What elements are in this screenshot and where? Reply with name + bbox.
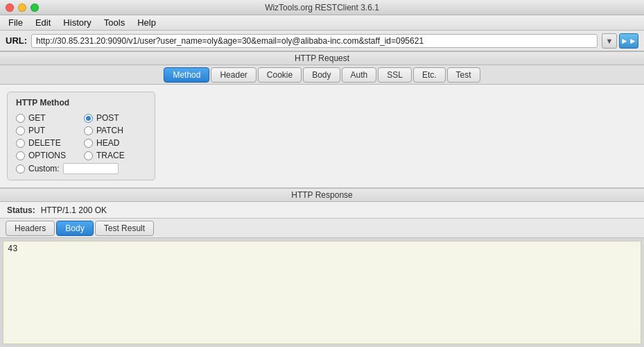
url-dropdown-button[interactable]: ▼ <box>602 33 617 49</box>
tab-cookie[interactable]: Cookie <box>258 67 302 83</box>
radio-patch-btn[interactable] <box>84 126 93 135</box>
window-title: WizTools.org RESTClient 3.6.1 <box>265 3 379 12</box>
response-section-header: HTTP Response <box>0 188 644 202</box>
tab-ssl[interactable]: SSL <box>378 67 412 83</box>
url-go-button[interactable]: ►► <box>619 33 638 49</box>
url-input[interactable] <box>31 34 598 48</box>
main-layout: HTTP Request Method Header Cookie Body A… <box>0 51 644 347</box>
url-bar: URL: ▼ ►► <box>0 31 644 51</box>
custom-method-input[interactable] <box>63 163 119 174</box>
radio-get-btn[interactable] <box>16 114 25 123</box>
method-options: GET POST PUT PATCH <box>16 113 146 160</box>
menu-bar: File Edit History Tools Help <box>0 15 644 31</box>
status-label: Status: <box>7 205 35 215</box>
radio-get[interactable]: GET <box>16 113 78 123</box>
radio-options-label: OPTIONS <box>28 151 66 160</box>
radio-patch-label: PATCH <box>96 126 123 135</box>
tab-body[interactable]: Body <box>303 67 340 83</box>
close-button[interactable] <box>6 3 14 12</box>
radio-delete[interactable]: DELETE <box>16 138 78 148</box>
status-value: HTTP/1.1 200 OK <box>41 205 107 215</box>
radio-trace-label: TRACE <box>96 151 125 160</box>
radio-put-btn[interactable] <box>16 126 25 135</box>
menu-file[interactable]: File <box>3 16 28 29</box>
tab-etc[interactable]: Etc. <box>413 67 446 83</box>
resp-tab-body[interactable]: Body <box>56 221 93 236</box>
request-section-header: HTTP Request <box>0 51 644 65</box>
resp-tab-test-result[interactable]: Test Result <box>95 221 154 236</box>
menu-edit[interactable]: Edit <box>30 16 56 29</box>
radio-delete-label: DELETE <box>28 138 61 148</box>
request-body: HTTP Method GET POST PUT <box>0 85 644 188</box>
response-body-content: 43 <box>8 244 17 254</box>
tab-method[interactable]: Method <box>164 67 209 83</box>
resp-tab-headers[interactable]: Headers <box>6 221 55 236</box>
radio-delete-btn[interactable] <box>16 139 25 148</box>
radio-options-btn[interactable] <box>16 151 25 160</box>
title-bar: WizTools.org RESTClient 3.6.1 <box>0 0 644 15</box>
tab-auth[interactable]: Auth <box>342 67 377 83</box>
radio-post-btn[interactable] <box>84 114 93 123</box>
custom-row: Custom: <box>16 163 146 174</box>
radio-put[interactable]: PUT <box>16 126 78 135</box>
method-group-title: HTTP Method <box>16 98 146 108</box>
tab-test[interactable]: Test <box>447 67 480 83</box>
radio-patch[interactable]: PATCH <box>84 126 146 135</box>
radio-trace-btn[interactable] <box>84 151 93 160</box>
radio-put-label: PUT <box>28 126 45 135</box>
response-tab-bar: Headers Body Test Result <box>0 219 644 238</box>
radio-head-label: HEAD <box>96 138 119 148</box>
radio-post-label: POST <box>96 113 119 123</box>
radio-trace[interactable]: TRACE <box>84 151 146 160</box>
url-label: URL: <box>6 35 27 46</box>
url-controls: ▼ ►► <box>602 33 638 49</box>
radio-post[interactable]: POST <box>84 113 146 123</box>
radio-options[interactable]: OPTIONS <box>16 151 78 160</box>
method-group: HTTP Method GET POST PUT <box>7 92 155 180</box>
window-controls <box>6 3 39 12</box>
radio-get-label: GET <box>28 113 46 123</box>
menu-help[interactable]: Help <box>132 16 162 29</box>
status-bar: Status: HTTP/1.1 200 OK <box>0 202 644 219</box>
minimize-button[interactable] <box>18 3 26 12</box>
radio-head-btn[interactable] <box>84 139 93 148</box>
menu-tools[interactable]: Tools <box>98 16 130 29</box>
maximize-button[interactable] <box>31 3 39 12</box>
radio-head[interactable]: HEAD <box>84 138 146 148</box>
tab-header[interactable]: Header <box>211 67 256 83</box>
radio-custom-btn[interactable] <box>16 164 25 174</box>
radio-custom-label: Custom: <box>28 164 60 174</box>
menu-history[interactable]: History <box>58 16 96 29</box>
request-tab-bar: Method Header Cookie Body Auth SSL Etc. … <box>0 65 644 85</box>
response-body: 43 <box>3 241 641 344</box>
